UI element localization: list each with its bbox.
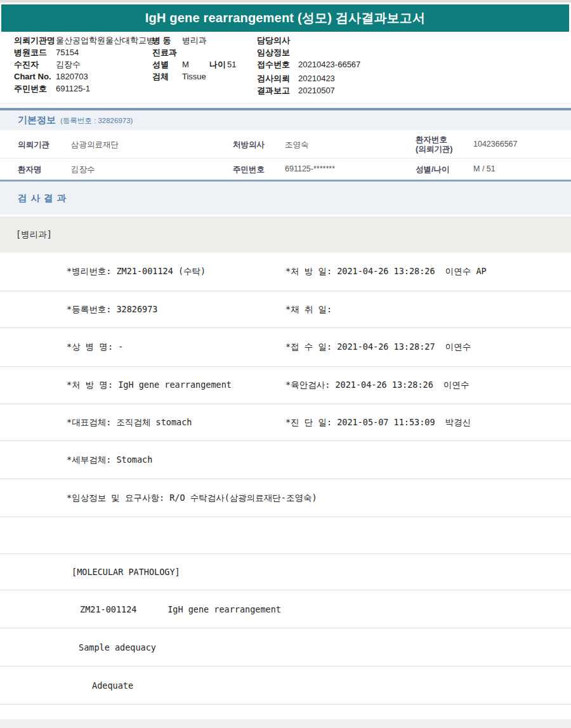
disease-name: *상 병 명: - xyxy=(67,341,123,353)
label-attending-doctor: 담당의사 xyxy=(257,36,290,46)
registration-number: (등록번호 : 32826973) xyxy=(60,115,133,126)
value-sex-age: M / 51 xyxy=(473,164,496,173)
result-row-sub-specimen: *세부검체: Stomach xyxy=(0,441,571,479)
label-resident-no: 주민번호 xyxy=(233,164,265,175)
receipt-date: *접 수 일: 2021-04-26 13:28:27 이연수 xyxy=(286,341,471,353)
label-sex-age: 성별/나이 xyxy=(416,164,449,175)
value-chart-no: 1820703 xyxy=(56,72,88,82)
result-row-adequate: Adequate xyxy=(0,666,571,705)
label-result-report: 결과보고 xyxy=(257,86,290,96)
value-accession-no: 20210423-66567 xyxy=(298,60,360,70)
table-row: 환자명 김장수 주민번호 691125-******* 성별/나이 M / 51 xyxy=(0,159,571,180)
value-resident-no: 691125-******* xyxy=(285,164,335,173)
gross-exam-date: *육안검사: 2021-04-26 13:28:26 이연수 xyxy=(286,380,469,391)
result-row-test-name: ZM21-001124 IgH gene rearrangement xyxy=(0,590,571,628)
result-row-main-specimen: *대표검체: 조직검체 stomach *진 단 일: 2021-05-07 1… xyxy=(0,404,571,441)
patient-header: 의뢰기관명 울산공업학원울산대학교병 병 동 병리과 담당의사 병원코드 751… xyxy=(0,32,571,103)
value-test-request: 20210423 xyxy=(298,74,335,84)
footer-band xyxy=(0,719,571,728)
label-chart-no: Chart No. xyxy=(14,72,51,82)
collection-date: *채 취 일: xyxy=(286,304,332,315)
basic-info-table: 의뢰기관 삼광의료재단 처방의사 조영숙 환자번호 (의뢰기관) 1042366… xyxy=(0,130,571,182)
value-sex: M xyxy=(182,60,189,70)
diagnosis-date: *진 단 일: 2021-05-07 11:53:09 박경신 xyxy=(286,417,471,428)
label-patient: 수진자 xyxy=(14,60,39,70)
result-row-empty xyxy=(0,517,571,554)
page-title: IgH gene rearrangement (성모) 검사결과보고서 xyxy=(145,10,426,27)
result-row-pathology-no: *병리번호: ZM21-001124 (수탁) *처 방 일: 2021-04-… xyxy=(0,253,571,291)
basic-info-header: 기본정보 (등록번호 : 32826973) xyxy=(0,110,571,130)
order-name: *처 방 명: IgH gene rearrangement xyxy=(67,380,232,391)
department-label: [병리과] xyxy=(16,229,52,241)
department-band: [병리과] xyxy=(0,216,571,253)
label-department: 진료과 xyxy=(152,48,177,58)
adequate-value: Adequate xyxy=(92,680,133,691)
label-patient-name: 환자명 xyxy=(18,164,42,175)
molecular-pathology-heading: [MOLECULAR PATHOLOGY] xyxy=(72,567,180,577)
result-row-molecular-pathology: [MOLECULAR PATHOLOGY] xyxy=(0,554,571,590)
registration-no: *등록번호: 32826973 xyxy=(67,304,157,315)
table-row: 의뢰기관 삼광의료재단 처방의사 조영숙 환자번호 (의뢰기관) 1042366… xyxy=(0,130,571,159)
results-section-header: 검 사 결 과 xyxy=(0,182,571,215)
value-result-report: 20210507 xyxy=(298,86,335,96)
value-requesting-org: 울산공업학원울산대학교병 xyxy=(56,36,155,46)
results-section-title: 검 사 결 과 xyxy=(18,192,67,204)
sample-adequacy-label: Sample adequacy xyxy=(79,642,156,652)
label-requesting-org: 의뢰기관명 xyxy=(14,36,55,46)
value-prescribing-doctor: 조영숙 xyxy=(285,140,309,150)
label-hospital-code: 병원코드 xyxy=(14,48,47,58)
result-rows: *병리번호: ZM21-001124 (수탁) *처 방 일: 2021-04-… xyxy=(0,253,571,705)
label-accession-no: 접수번호 xyxy=(257,60,290,70)
basic-info-panel: 기본정보 (등록번호 : 32826973) 의뢰기관 삼광의료재단 처방의사 … xyxy=(0,108,571,182)
value-ward: 병리과 xyxy=(182,36,207,46)
label-clinical-info: 임상정보 xyxy=(257,48,290,58)
pathology-no: *병리번호: ZM21-001124 (수탁) xyxy=(67,266,206,277)
value-resident-no: 691125-1 xyxy=(56,84,90,94)
result-row-disease-name: *상 병 명: - *접 수 일: 2021-04-26 13:28:27 이연… xyxy=(0,328,571,367)
header-divider xyxy=(0,103,571,103)
value-specimen: Tissue xyxy=(182,72,206,82)
report-title-bar: IgH gene rearrangement (성모) 검사결과보고서 xyxy=(1,4,569,32)
value-hospital-code: 75154 xyxy=(56,48,79,58)
label-resident-no: 주민번호 xyxy=(14,84,47,94)
top-strip xyxy=(0,0,571,3)
value-requesting-org: 삼광의료재단 xyxy=(71,140,119,150)
value-patient-number: 1042366567 xyxy=(473,140,518,149)
value-age: 51 xyxy=(227,60,236,70)
label-age: 나이 xyxy=(209,60,226,70)
label-patient-number-sub: (의뢰기관) xyxy=(416,144,452,155)
sub-specimen: *세부검체: Stomach xyxy=(67,454,152,466)
result-row-clinical-info: *임상정보 및 요구사항: R/O 수탁검사(삼광의료재단-조영숙) xyxy=(0,479,571,517)
test-id-and-name: ZM21-001124 IgH gene rearrangement xyxy=(80,604,281,614)
label-prescribing-doctor: 처방의사 xyxy=(233,140,265,150)
value-patient: 김장수 xyxy=(56,60,81,70)
label-requesting-org: 의뢰기관 xyxy=(18,140,49,150)
report-page: IgH gene rearrangement (성모) 검사결과보고서 의뢰기관… xyxy=(0,0,571,728)
result-row-order-name: *처 방 명: IgH gene rearrangement *육안검사: 20… xyxy=(0,367,571,404)
prescription-date: *처 방 일: 2021-04-26 13:28:26 이연수 AP xyxy=(286,266,487,277)
value-patient-name: 김장수 xyxy=(71,164,95,175)
result-row-sample-adequacy: Sample adequacy xyxy=(0,628,571,666)
main-specimen: *대표검체: 조직검체 stomach xyxy=(67,417,192,428)
label-sex: 성별 xyxy=(152,60,169,70)
label-specimen: 검체 xyxy=(152,72,169,82)
basic-info-title: 기본정보 xyxy=(18,114,56,126)
clinical-info-request: *임상정보 및 요구사항: R/O 수탁검사(삼광의료재단-조영숙) xyxy=(67,493,317,504)
result-row-registration-no: *등록번호: 32826973 *채 취 일: xyxy=(0,291,571,328)
label-test-request: 검사의뢰 xyxy=(257,74,290,84)
label-ward: 병 동 xyxy=(152,36,171,46)
